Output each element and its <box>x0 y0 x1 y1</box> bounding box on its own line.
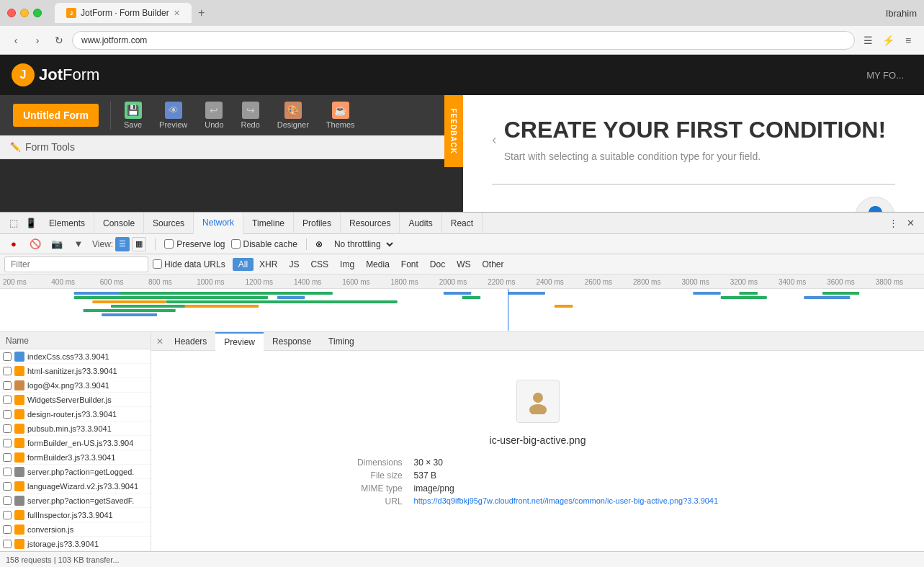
tab-preview[interactable]: Preview <box>215 332 264 351</box>
file-checkbox[interactable] <box>3 540 12 548</box>
throttle-select[interactable]: No throttling GPRS Regular 3G Regular 4G <box>328 237 395 251</box>
minimize-button[interactable] <box>20 9 29 17</box>
file-checkbox[interactable] <box>3 511 12 519</box>
mark-3600: 3600 ms <box>827 278 875 286</box>
form-tools-bar: ✏️ Form Tools <box>0 135 463 159</box>
file-checkbox[interactable] <box>3 381 12 390</box>
tab-timing[interactable]: Timing <box>320 332 363 351</box>
filter-ws[interactable]: WS <box>451 258 476 271</box>
tab-console[interactable]: Console <box>94 213 144 234</box>
devtools-settings-button[interactable]: ⋮ <box>885 215 901 231</box>
preserve-log-checkbox[interactable] <box>164 239 174 249</box>
file-row-fullinspector[interactable]: fullInspector.js?3.3.9041 <box>0 508 151 522</box>
disable-cache-checkbox[interactable] <box>231 239 241 249</box>
file-row-formbuilder3[interactable]: formBuilder3.js?3.3.9041 <box>0 450 151 465</box>
tab-resources[interactable]: Resources <box>341 213 400 234</box>
filter-css[interactable]: CSS <box>305 258 334 271</box>
url-bar[interactable]: www.jotform.com <box>72 31 855 50</box>
file-row-conversion[interactable]: conversion.js <box>0 522 151 537</box>
close-button[interactable] <box>7 9 16 17</box>
filter-media[interactable]: Media <box>360 258 395 271</box>
filter-other[interactable]: Other <box>477 258 510 271</box>
extensions-icon[interactable]: ⚡ <box>879 32 897 49</box>
url-value[interactable]: https://d3q9ifbkj95g7w.cloudfront.net//i… <box>414 496 719 506</box>
file-checkbox[interactable] <box>3 410 12 419</box>
new-tab-button[interactable]: + <box>193 4 210 22</box>
clear-button[interactable]: 🚫 <box>27 236 43 252</box>
tab-close-icon[interactable]: ✕ <box>174 9 180 18</box>
file-checkbox[interactable] <box>3 496 12 505</box>
inspect-element-button[interactable]: ⬚ <box>6 215 22 231</box>
filter-row: Hide data URLs All XHR JS CSS Img Media … <box>0 254 924 274</box>
file-row-server-getlogged[interactable]: server.php?action=getLogged. <box>0 465 151 479</box>
file-row-indexcss[interactable]: indexCss.css?3.3.9041 <box>0 349 151 364</box>
save-button[interactable]: 💾 Save <box>117 97 149 133</box>
tab-sources[interactable]: Sources <box>144 213 194 234</box>
file-row-sanitizer[interactable]: html-sanitizer.js?3.3.9041 <box>0 364 151 378</box>
device-mode-button[interactable]: 📱 <box>23 215 39 231</box>
filter-js[interactable]: JS <box>283 258 305 271</box>
preserve-log-label[interactable]: Preserve log <box>164 239 225 249</box>
feedback-tab[interactable]: FEEDBACK <box>444 95 463 167</box>
list-view-button[interactable]: ☰ <box>115 237 130 251</box>
filter-doc[interactable]: Doc <box>424 258 451 271</box>
file-row-design-router[interactable]: design-router.js?3.3.9041 <box>0 407 151 421</box>
undo-button[interactable]: ↩ Undo <box>197 97 230 133</box>
tab-timeline[interactable]: Timeline <box>243 213 294 234</box>
devtools-close-button[interactable]: ✕ <box>902 215 918 231</box>
tab-headers[interactable]: Headers <box>166 332 215 351</box>
hide-data-urls-checkbox[interactable] <box>153 259 162 269</box>
condition-back-button[interactable]: ‹ <box>492 131 497 148</box>
designer-button[interactable]: 🎨 Designer <box>270 97 316 133</box>
tab-network[interactable]: Network <box>194 213 243 234</box>
filter-toggle-button[interactable]: ▼ <box>71 236 86 252</box>
file-row-jstorage[interactable]: jstorage.js?3.3.9041 <box>0 537 151 551</box>
file-checkbox[interactable] <box>3 396 12 404</box>
preview-button[interactable]: 👁 Preview <box>152 97 194 133</box>
my-forms-button[interactable]: MY FO... <box>858 66 912 85</box>
file-checkbox[interactable] <box>3 482 12 491</box>
file-checkbox[interactable] <box>3 367 12 375</box>
tab-profiles[interactable]: Profiles <box>294 213 341 234</box>
record-button[interactable]: ● <box>6 236 22 252</box>
hide-data-urls-label[interactable]: Hide data URLs <box>153 259 225 269</box>
bookmarks-icon[interactable]: ☰ <box>859 32 876 49</box>
tab-response[interactable]: Response <box>264 332 320 351</box>
tab-audits[interactable]: Audits <box>400 213 441 234</box>
file-checkbox[interactable] <box>3 352 12 361</box>
user-name: Ibrahim <box>886 8 917 19</box>
file-row-formbuilder-en[interactable]: formBuilder_en-US.js?3.3.904 <box>0 436 151 450</box>
refresh-button[interactable]: ↻ <box>50 32 68 49</box>
file-checkbox[interactable] <box>3 439 12 447</box>
preview-close-button[interactable]: ✕ <box>154 336 166 347</box>
filter-xhr[interactable]: XHR <box>254 258 283 271</box>
file-checkbox[interactable] <box>3 525 12 534</box>
tab-react[interactable]: React <box>442 213 483 234</box>
file-row-server-getsaved[interactable]: server.php?action=getSavedF. <box>0 494 151 508</box>
themes-button[interactable]: ☕ Themes <box>319 97 362 133</box>
form-name-label[interactable]: Untitled Form <box>13 104 99 127</box>
file-checkbox[interactable] <box>3 424 12 433</box>
filter-input[interactable] <box>4 256 148 272</box>
file-row-pubsub[interactable]: pubsub.min.js?3.3.9041 <box>0 421 151 436</box>
redo-button[interactable]: ↪ Redo <box>234 97 267 133</box>
filter-font[interactable]: Font <box>395 258 424 271</box>
file-row-langwizard[interactable]: languageWizard.v2.js?3.3.9041 <box>0 479 151 494</box>
forward-button[interactable]: › <box>29 32 46 49</box>
file-row-logo[interactable]: logo@4x.png?3.3.9041 <box>0 378 151 393</box>
browser-window: J JotForm · Form Builder ✕ + Ibrahim ‹ ›… <box>0 0 924 567</box>
file-row-widgets[interactable]: WidgetsServerBuilder.js <box>0 393 151 407</box>
file-name: logo@4x.png?3.3.9041 <box>27 381 148 390</box>
filter-img[interactable]: Img <box>334 258 360 271</box>
menu-icon[interactable]: ≡ <box>900 32 917 49</box>
file-checkbox[interactable] <box>3 453 12 462</box>
file-checkbox[interactable] <box>3 468 12 476</box>
back-button[interactable]: ‹ <box>7 32 24 49</box>
disable-cache-label[interactable]: Disable cache <box>231 239 297 249</box>
camera-button[interactable]: 📷 <box>49 236 65 252</box>
tab-elements[interactable]: Elements <box>40 213 94 234</box>
browser-tab[interactable]: J JotForm · Form Builder ✕ <box>55 3 192 23</box>
waterfall-view-button[interactable]: ▦ <box>132 237 146 251</box>
maximize-button[interactable] <box>33 9 42 17</box>
filter-all[interactable]: All <box>233 258 254 271</box>
